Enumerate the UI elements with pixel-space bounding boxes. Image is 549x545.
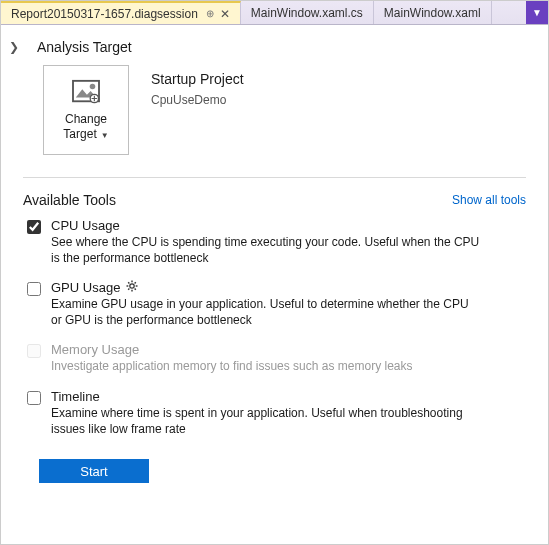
gear-icon[interactable]	[126, 280, 138, 295]
tab-mainwindow-cs[interactable]: MainWindow.xaml.cs	[241, 1, 374, 24]
startup-project-name: CpuUseDemo	[151, 93, 244, 107]
tool-desc: Examine GPU usage in your application. U…	[51, 297, 481, 328]
tool-timeline: Timeline Examine where time is spent in …	[27, 389, 526, 437]
analysis-target-heading: Analysis Target	[37, 39, 132, 55]
tab-report-diagsession[interactable]: Report20150317-1657.diagsession ⊕ ✕	[1, 1, 241, 24]
svg-line-10	[135, 289, 136, 290]
tool-name: Timeline	[51, 389, 100, 404]
svg-point-4	[130, 284, 134, 288]
start-button[interactable]: Start	[39, 459, 149, 483]
change-target-button[interactable]: Change Target▼	[43, 65, 129, 155]
tool-desc: Investigate application memory to find i…	[51, 359, 481, 375]
svg-line-9	[129, 282, 130, 283]
tool-desc: See where the CPU is spending time execu…	[51, 235, 481, 266]
tool-gpu-usage: GPU Usage Examine GPU usage in your appl…	[27, 280, 526, 328]
tool-desc: Examine where time is spent in your appl…	[51, 406, 481, 437]
available-tools-heading: Available Tools	[23, 192, 116, 208]
show-all-tools-link[interactable]: Show all tools	[452, 193, 526, 207]
memory-usage-checkbox	[27, 344, 41, 358]
tab-label: MainWindow.xaml	[384, 6, 481, 20]
close-icon[interactable]: ✕	[220, 7, 230, 21]
gpu-usage-checkbox[interactable]	[27, 282, 41, 296]
document-tab-bar: Report20150317-1657.diagsession ⊕ ✕ Main…	[1, 1, 548, 25]
target-image-icon	[71, 79, 101, 108]
tab-label: Report20150317-1657.diagsession	[11, 7, 198, 21]
pin-icon[interactable]: ⊕	[206, 8, 214, 19]
svg-line-11	[135, 282, 136, 283]
tool-memory-usage: Memory Usage Investigate application mem…	[27, 342, 526, 375]
svg-line-12	[129, 289, 130, 290]
chevron-down-icon: ▼	[101, 131, 109, 140]
change-target-label: Change Target▼	[44, 112, 128, 141]
tab-overflow-button[interactable]: ▼	[526, 1, 548, 24]
chevron-right-icon[interactable]: ❯	[9, 40, 19, 54]
tab-label: MainWindow.xaml.cs	[251, 6, 363, 20]
svg-point-2	[90, 84, 96, 90]
tool-name: CPU Usage	[51, 218, 120, 233]
tool-name: Memory Usage	[51, 342, 139, 357]
timeline-checkbox[interactable]	[27, 391, 41, 405]
cpu-usage-checkbox[interactable]	[27, 220, 41, 234]
tool-cpu-usage: CPU Usage See where the CPU is spending …	[27, 218, 526, 266]
tool-name: GPU Usage	[51, 280, 120, 295]
divider	[23, 177, 526, 178]
startup-project-heading: Startup Project	[151, 71, 244, 87]
tab-mainwindow-xaml[interactable]: MainWindow.xaml	[374, 1, 492, 24]
